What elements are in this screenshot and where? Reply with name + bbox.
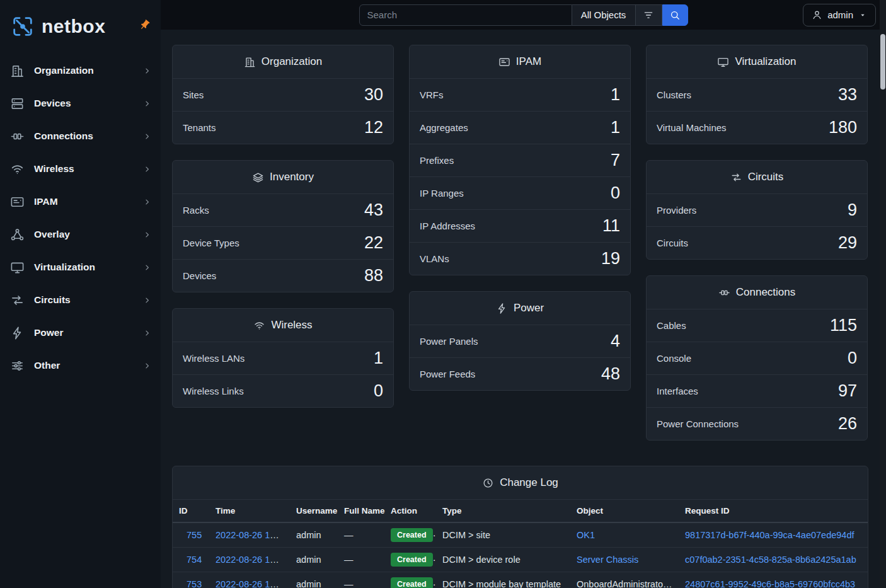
stat-label: Aggregates	[420, 122, 468, 133]
table-row: 753 2022-08-26 14:15 admin — Created DCI…	[173, 572, 868, 588]
sidebar-item-label: Connections	[34, 130, 133, 142]
stat-label: Console	[657, 353, 691, 364]
cable-icon	[718, 287, 730, 299]
stat-row[interactable]: Aggregates 1	[410, 111, 630, 144]
card-header: Organization	[173, 45, 393, 78]
column-header: Action	[384, 500, 436, 523]
card-title: Organization	[262, 55, 322, 68]
request-id-link[interactable]: 24807c61-9952-49c6-b8a5-69760bfcc4b3	[685, 579, 855, 588]
stat-label: Clusters	[657, 89, 691, 100]
stat-row[interactable]: Virtual Machines 180	[647, 111, 867, 144]
filter-button[interactable]	[636, 4, 662, 26]
stat-row[interactable]: Wireless LANs 1	[173, 342, 393, 374]
building-icon	[10, 64, 25, 78]
user-menu-button[interactable]: admin	[803, 4, 876, 26]
sidebar-item-label: Other	[34, 360, 133, 371]
netbox-logo[interactable]: netbox	[0, 0, 161, 54]
stat-row[interactable]: Power Panels 4	[410, 325, 630, 357]
stat-label: Tenants	[183, 122, 216, 133]
pin-icon[interactable]	[136, 16, 153, 33]
chevron-right-icon	[142, 263, 152, 272]
stat-row[interactable]: Sites 30	[173, 78, 393, 111]
changelog-id-link[interactable]: 755	[187, 530, 202, 540]
changelog-id-link[interactable]: 754	[187, 555, 202, 565]
stat-row[interactable]: Tenants 12	[173, 111, 393, 144]
changelog-id-link[interactable]: 753	[187, 579, 202, 588]
sidebar-item[interactable]: Connections	[0, 120, 161, 153]
sidebar-item[interactable]: Power	[0, 316, 161, 349]
stat-row[interactable]: Cables 115	[647, 309, 867, 342]
stat-row[interactable]: Clusters 33	[647, 78, 867, 111]
card-organization: Organization Sites 30 Tenants 12	[172, 45, 394, 144]
object-link[interactable]: OK1	[577, 530, 595, 540]
search-icon	[669, 9, 681, 21]
card-title: Connections	[736, 286, 796, 299]
changelog-time-link[interactable]: 2022-08-26 14:17	[216, 555, 288, 565]
stat-label: Interfaces	[657, 386, 698, 396]
request-id-link[interactable]: c07f0ab2-2351-4c58-825a-8b6a2425a1ab	[685, 555, 856, 565]
sidebar-item[interactable]: Virtualization	[0, 251, 161, 284]
table-row: 754 2022-08-26 14:17 admin — Created DCI…	[173, 548, 868, 572]
stat-row[interactable]: Racks 43	[173, 193, 393, 226]
lightning-icon	[496, 303, 508, 314]
monitor-icon	[10, 260, 25, 275]
card-rows: Cables 115 Console 0 Interfaces 97 Power	[647, 309, 867, 440]
stat-row[interactable]: VLANs 19	[410, 242, 630, 275]
column-header: Type	[436, 500, 570, 523]
stat-label: VRFs	[420, 89, 444, 100]
stat-row[interactable]: Circuits 29	[647, 226, 867, 259]
card-header: Change Log	[173, 466, 868, 499]
sidebar-item[interactable]: Overlay	[0, 218, 161, 251]
stat-label: VLANs	[420, 253, 449, 264]
search-button[interactable]	[662, 4, 688, 26]
search-input[interactable]	[359, 4, 572, 26]
stat-row[interactable]: IP Addresses 11	[410, 209, 630, 242]
stat-row[interactable]: Devices 88	[173, 259, 393, 292]
network-graph-icon	[10, 228, 25, 242]
stat-label: Power Panels	[420, 336, 478, 347]
stat-row[interactable]: Console 0	[647, 342, 867, 374]
sidebar-item[interactable]: Devices	[0, 87, 161, 120]
object-link[interactable]: Server Chassis	[577, 555, 638, 565]
ipam-card-icon	[498, 56, 510, 68]
stat-row[interactable]: IP Ranges 0	[410, 176, 630, 209]
changelog-time-link[interactable]: 2022-08-26 14:22	[216, 530, 288, 540]
sidebar-item-label: Virtualization	[34, 262, 133, 273]
sidebar-item[interactable]: IPAM	[0, 185, 161, 218]
type-cell: DCIM > device role	[436, 548, 570, 572]
object-link[interactable]: OnboardAdministrator-2	[577, 579, 674, 588]
sidebar-item[interactable]: Circuits	[0, 284, 161, 316]
request-id-link[interactable]: 9817317d-b67f-440a-99ca-4ae07ede94df	[685, 530, 854, 540]
card-rows: Providers 9 Circuits 29	[647, 193, 867, 259]
changelog-time-link[interactable]: 2022-08-26 14:15	[216, 579, 288, 588]
stat-value: 43	[364, 200, 383, 220]
stat-row[interactable]: Power Feeds 48	[410, 357, 630, 390]
stat-row[interactable]: Wireless Links 0	[173, 374, 393, 407]
sidebar-item-label: Power	[34, 327, 133, 338]
stat-value: 12	[364, 118, 383, 137]
sidebar-item[interactable]: Wireless	[0, 153, 161, 185]
scrollbar-track[interactable]	[880, 0, 886, 588]
stat-row[interactable]: Providers 9	[647, 193, 867, 226]
sidebar-item[interactable]: Organization	[0, 54, 161, 87]
chevron-right-icon	[142, 197, 152, 207]
full-name-cell: —	[338, 572, 384, 588]
stat-value: 97	[838, 381, 857, 401]
stat-row[interactable]: Prefixes 7	[410, 144, 630, 176]
stat-row[interactable]: VRFs 1	[410, 78, 630, 111]
sidebar-item-label: IPAM	[34, 196, 133, 207]
sidebar-item[interactable]: Other	[0, 349, 161, 382]
stat-label: Cables	[657, 320, 686, 331]
stat-row[interactable]: Power Connections 26	[647, 407, 867, 440]
stat-row[interactable]: Device Types 22	[173, 226, 393, 259]
chevron-right-icon	[142, 66, 152, 76]
stat-value: 22	[364, 233, 383, 253]
stat-row[interactable]: Interfaces 97	[647, 374, 867, 407]
column-header: Object	[570, 500, 679, 523]
scrollbar-thumb[interactable]	[880, 34, 885, 89]
card-title: Change Log	[500, 476, 558, 489]
ipam-card-icon	[10, 195, 25, 209]
card-header: Circuits	[647, 161, 867, 193]
object-type-button[interactable]: All Objects	[572, 4, 636, 26]
column-2: IPAM VRFs 1 Aggregates 1	[409, 45, 631, 441]
